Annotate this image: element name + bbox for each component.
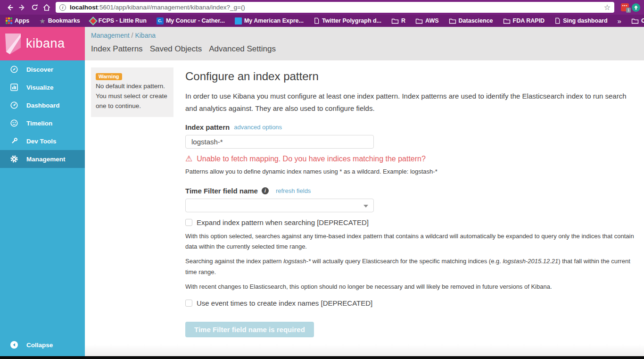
wrench-icon: [10, 137, 18, 145]
chevron-down-icon: [363, 205, 368, 208]
home-icon: [42, 3, 51, 12]
collapse-label: Collapse: [26, 342, 53, 349]
advanced-options-link[interactable]: advanced options: [234, 124, 282, 131]
page-header: Management / Kibana Index Patterns Saved…: [85, 27, 644, 60]
sidebar-item-label: Timelion: [26, 120, 52, 127]
back-arrow-icon: [6, 3, 14, 12]
home-button[interactable]: [41, 2, 53, 13]
bookmark-apps[interactable]: Apps: [6, 17, 29, 24]
expand-help-2: Searching against the index pattern logs…: [185, 256, 636, 277]
bottom-edge: [0, 356, 644, 359]
bookmark-other-bookmarks[interactable]: Other Bookmarks: [631, 17, 644, 24]
page-icon: [554, 17, 561, 24]
back-button[interactable]: [4, 2, 16, 13]
folder-icon: [391, 18, 399, 24]
extension-badge: 1: [626, 8, 631, 13]
url-host: localhost: [70, 4, 98, 11]
bookmark-star-icon[interactable]: ☆: [604, 4, 611, 11]
page-title: Configure an index pattern: [185, 70, 636, 83]
star-icon: ★: [39, 17, 45, 25]
expand-help-1: With this option selected, searches agai…: [185, 231, 636, 252]
expand-help-3: With recent changes to Elasticsearch, th…: [185, 282, 636, 292]
clock-face-icon: [10, 119, 18, 127]
tab-advanced-settings[interactable]: Advanced Settings: [209, 44, 276, 54]
sidebar-item-label: Discover: [26, 66, 53, 73]
concur-icon: C.: [157, 17, 164, 25]
bookmark-folder-datascience[interactable]: Datascience: [449, 17, 493, 24]
sidebar-item-visualize[interactable]: Visualize: [0, 78, 85, 96]
extension-teal-icon: [632, 3, 640, 12]
extension-button-teal[interactable]: [632, 3, 640, 12]
bookmark-amex[interactable]: My American Expre...: [235, 17, 304, 25]
bookmark-label: Apps: [15, 17, 29, 24]
folder-icon: [449, 18, 456, 24]
bookmarks-bar: Apps ★ Bookmarks FCPS - Little Run C. My…: [0, 15, 644, 27]
event-times-checkbox[interactable]: [185, 300, 192, 307]
compass-icon: [10, 65, 18, 74]
refresh-icon: [31, 3, 39, 11]
sidebar-item-dev-tools[interactable]: Dev Tools: [0, 132, 85, 150]
sidebar-item-timelion[interactable]: Timelion: [0, 114, 85, 132]
folder-icon: [415, 18, 423, 24]
bookmark-fcps[interactable]: FCPS - Little Run: [90, 17, 147, 24]
expand-pattern-label: Expand index pattern when searching [DEP…: [197, 218, 369, 226]
refresh-button[interactable]: [28, 2, 41, 13]
tab-index-patterns[interactable]: Index Patterns: [91, 44, 143, 54]
bookmark-label: Datascience: [459, 17, 493, 24]
browser-toolbar: i localhost:5601/app/kibana#/management/…: [0, 0, 644, 15]
page-icon: [314, 17, 320, 24]
extension-button-red[interactable]: ••• 1: [621, 3, 629, 11]
bookmark-folder-r[interactable]: R: [391, 17, 405, 24]
folder-icon: [503, 18, 511, 24]
url-path: :5601/app/kibana#/management/kibana/inde…: [98, 4, 245, 11]
sidebar-item-dashboard[interactable]: Dashboard: [0, 96, 85, 114]
expand-pattern-checkbox[interactable]: [185, 219, 192, 226]
pattern-help-text: Patterns allow you to define dynamic ind…: [185, 168, 636, 175]
page-info-icon[interactable]: i: [59, 4, 66, 11]
index-pattern-label: Index pattern: [185, 123, 230, 131]
event-times-checkbox-row: Use event times to create index names [D…: [185, 299, 636, 307]
bookmark-folder-fda-rapid[interactable]: FDA RAPID: [503, 17, 545, 24]
brand-wordmark: kibana: [26, 36, 65, 51]
sidebar-item-management[interactable]: Management: [0, 150, 85, 168]
bookmark-label: R: [401, 17, 405, 24]
time-filter-select[interactable]: [185, 199, 374, 212]
sidebar-item-label: Visualize: [26, 84, 54, 91]
breadcrumb-kibana[interactable]: Kibana: [135, 32, 156, 39]
index-pattern-input[interactable]: [185, 135, 374, 149]
refresh-fields-link[interactable]: refresh fields: [276, 187, 311, 194]
intro-text: In order to use Kibana you must configur…: [185, 90, 636, 115]
bookmark-twitter-polygraph[interactable]: Twitter Polygraph d...: [314, 17, 381, 24]
bookmark-label: Bookmarks: [48, 17, 80, 24]
bookmark-label: AWS: [425, 17, 438, 24]
tab-saved-objects[interactable]: Saved Objects: [150, 44, 202, 54]
bookmarks-overflow-chevron[interactable]: »: [618, 17, 621, 25]
address-bar[interactable]: i localhost:5601/app/kibana#/management/…: [56, 2, 614, 13]
breadcrumb-management[interactable]: Management: [91, 32, 130, 39]
gauge-icon: [10, 101, 18, 109]
breadcrumb: Management / Kibana: [91, 32, 644, 39]
sidebar-item-label: Management: [26, 156, 66, 163]
kibana-app: kibana Discover Visualize Da: [0, 27, 644, 356]
bookmark-folder-aws[interactable]: AWS: [415, 17, 438, 24]
kibana-logo-icon: [4, 33, 22, 55]
sidebar-item-label: Dashboard: [26, 102, 60, 109]
bookmark-sing-dashboard[interactable]: Sing dashboard: [554, 17, 607, 24]
amex-icon: [235, 17, 242, 25]
forward-arrow-icon: [18, 3, 26, 12]
expand-pattern-checkbox-row: Expand index pattern when searching [DEP…: [185, 218, 636, 226]
kibana-logo[interactable]: kibana: [0, 27, 85, 60]
content: Warning No default index pattern. You mu…: [85, 60, 644, 356]
bookmark-concur[interactable]: C. My Concur - Cather...: [157, 17, 225, 25]
time-filter-label: Time Filter field name: [185, 187, 258, 195]
forward-button[interactable]: [16, 2, 28, 13]
sidebar-collapse-button[interactable]: Collapse: [0, 336, 85, 353]
create-button-disabled[interactable]: Time Filter field name is required: [185, 322, 314, 337]
bookmark-bookmarks[interactable]: ★ Bookmarks: [39, 17, 80, 25]
gear-icon: [10, 155, 18, 163]
warning-badge: Warning: [96, 73, 122, 80]
warning-panel: Warning No default index pattern. You mu…: [91, 67, 173, 117]
sidebar-item-discover[interactable]: Discover: [0, 60, 85, 78]
browser-chrome: i localhost:5601/app/kibana#/management/…: [0, 0, 644, 27]
mapping-error: ⚠ Unable to fetch mapping. Do you have i…: [185, 155, 636, 163]
